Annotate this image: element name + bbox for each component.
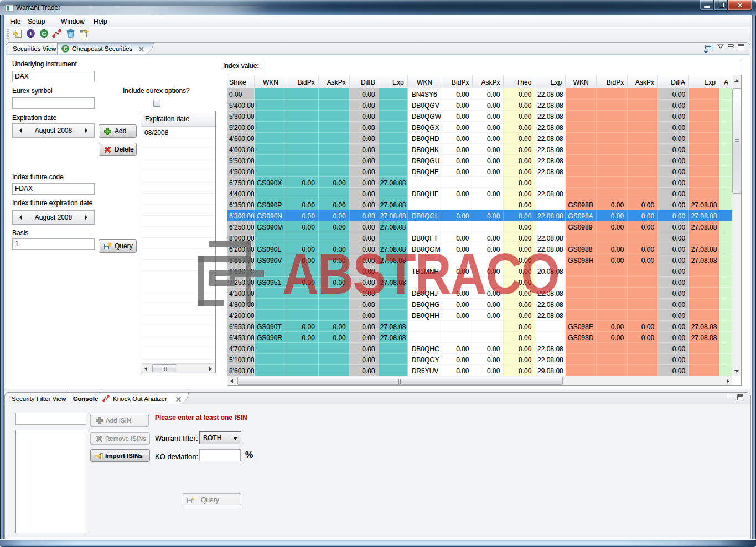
svg-text:C: C <box>63 46 67 52</box>
svg-text:I: I <box>29 30 32 37</box>
svg-text:C: C <box>42 30 46 37</box>
